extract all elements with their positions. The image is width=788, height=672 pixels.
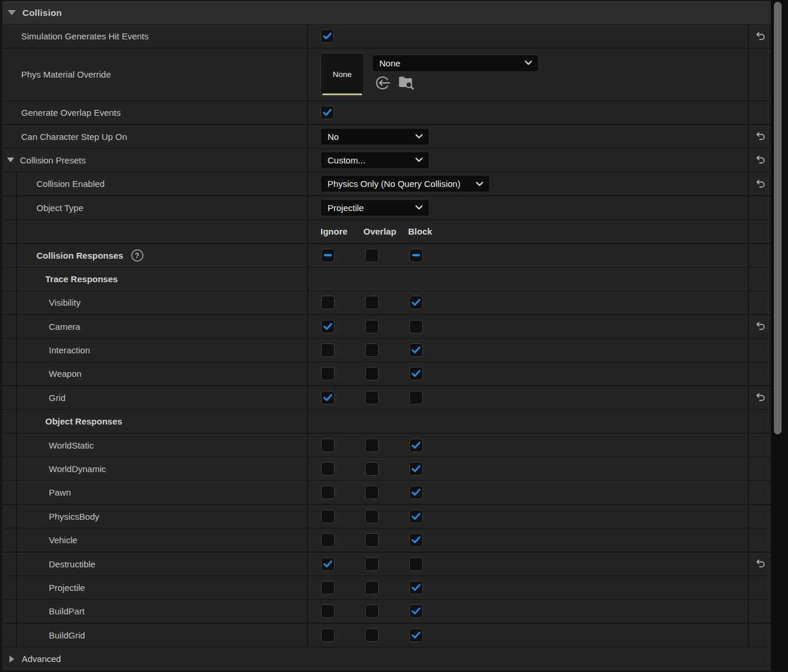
row-label: Object Type	[36, 203, 84, 213]
label-cell: BuildPart	[17, 600, 308, 623]
scrollbar-thumb[interactable]	[774, 2, 782, 434]
reset-cell	[749, 624, 771, 647]
help-icon[interactable]: ?	[131, 249, 143, 262]
label-cell: Weapon	[17, 362, 308, 385]
label-cell: Camera	[17, 315, 308, 338]
collision-enabled-dropdown[interactable]: Physics Only (No Query Collision)	[320, 175, 490, 192]
ignore-checkbox[interactable]	[321, 604, 335, 618]
label-cell: WorldDynamic	[17, 457, 308, 480]
value-cell	[308, 244, 749, 267]
collision-presets-dropdown[interactable]: Custom...	[320, 152, 429, 169]
ignore-checkbox[interactable]	[321, 462, 335, 476]
collapse-arrow-icon[interactable]	[8, 10, 16, 15]
indent-gutter	[2, 624, 17, 647]
block-checkbox[interactable]	[409, 486, 423, 499]
block-checkbox[interactable]	[409, 343, 423, 357]
ignore-checkbox[interactable]	[321, 343, 335, 357]
advanced-section-header[interactable]: Advanced	[2, 647, 771, 670]
reset-to-default-button[interactable]	[754, 559, 766, 569]
overlap-checkbox[interactable]	[365, 439, 379, 452]
scrollbar-track[interactable]	[771, 0, 788, 672]
ignore-checkbox[interactable]	[321, 486, 335, 499]
generate-overlap-events-checkbox[interactable]	[320, 106, 334, 119]
block-checkbox[interactable]	[409, 391, 423, 404]
block-checkbox[interactable]	[409, 604, 423, 618]
ignore-checkbox[interactable]	[321, 296, 335, 309]
overlap-checkbox[interactable]	[365, 533, 379, 547]
row-projectile: Projectile	[2, 576, 771, 599]
asset-toolbar	[375, 75, 415, 91]
value-cell	[308, 576, 749, 599]
row-object-responses: Object Responses	[2, 410, 771, 433]
reset-to-default-button[interactable]	[754, 132, 766, 141]
reset-to-default-button[interactable]	[754, 155, 766, 165]
row-label: Simulation Generates Hit Events	[21, 31, 149, 41]
browse-to-asset-icon[interactable]	[398, 75, 415, 90]
advanced-label: Advanced	[22, 654, 61, 664]
chevron-down-icon	[415, 158, 423, 162]
overlap-checkbox[interactable]	[365, 367, 379, 380]
overlap-checkbox[interactable]	[365, 296, 379, 309]
value-cell	[308, 505, 749, 528]
value-cell	[308, 529, 749, 551]
block-checkbox[interactable]	[409, 533, 423, 547]
ignore-checkbox[interactable]	[321, 581, 335, 594]
reset-to-default-button[interactable]	[754, 179, 766, 189]
overlap-checkbox[interactable]	[365, 557, 379, 571]
collision-section-header[interactable]: Collision	[2, 1, 771, 24]
reset-to-default-button[interactable]	[754, 32, 766, 41]
ignore-checkbox[interactable]	[321, 628, 335, 642]
ignore-checkbox[interactable]	[321, 367, 335, 380]
ignore-checkbox[interactable]	[321, 557, 335, 571]
overlap-checkbox[interactable]	[365, 343, 379, 357]
asset-thumbnail[interactable]: None	[320, 53, 364, 96]
block-checkbox[interactable]	[409, 581, 423, 594]
row-buildpart: BuildPart	[2, 600, 771, 623]
phys-material-dropdown[interactable]: None	[372, 55, 539, 72]
overlap-checkbox[interactable]	[365, 604, 379, 618]
overlap-checkbox[interactable]	[365, 462, 379, 476]
block-checkbox[interactable]	[409, 439, 423, 452]
section-title: Collision	[22, 8, 62, 18]
value-cell: Custom...	[308, 149, 749, 172]
block-checkbox[interactable]	[409, 320, 423, 333]
overlap-checkbox[interactable]	[365, 249, 379, 262]
block-checkbox[interactable]	[409, 557, 423, 571]
overlap-checkbox[interactable]	[365, 510, 379, 523]
object-type-dropdown[interactable]: Projectile	[320, 199, 429, 216]
row-label: Collision Responses	[36, 250, 123, 260]
ignore-checkbox[interactable]	[321, 439, 335, 452]
block-checkbox[interactable]	[409, 296, 423, 309]
label-cell: Collision Responses?	[17, 244, 308, 267]
expander-arrow-icon[interactable]	[7, 158, 14, 162]
reset-to-default-button[interactable]	[754, 322, 766, 331]
indent-gutter	[2, 576, 17, 599]
ignore-checkbox[interactable]	[321, 533, 335, 547]
block-checkbox[interactable]	[409, 628, 423, 642]
overlap-checkbox[interactable]	[365, 628, 379, 642]
overlap-checkbox[interactable]	[365, 391, 379, 404]
ignore-checkbox[interactable]	[321, 249, 335, 262]
simulation-generates-hit-events-checkbox[interactable]	[320, 29, 334, 43]
overlap-checkbox[interactable]	[365, 486, 379, 499]
use-selected-asset-icon[interactable]	[375, 75, 390, 91]
block-checkbox[interactable]	[409, 510, 423, 523]
indent-gutter	[2, 553, 17, 576]
row-visibility: Visibility	[2, 291, 771, 314]
ignore-checkbox[interactable]	[321, 391, 335, 404]
row-label: WorldStatic	[49, 440, 94, 450]
can-character-step-up-on-dropdown[interactable]: No	[320, 128, 429, 145]
ignore-checkbox[interactable]	[321, 320, 335, 333]
reset-cell	[749, 481, 771, 504]
ignore-checkbox[interactable]	[321, 510, 335, 523]
block-checkbox[interactable]	[409, 462, 423, 476]
column-header-block: Block	[408, 220, 432, 243]
overlap-checkbox[interactable]	[365, 320, 379, 333]
reset-to-default-button[interactable]	[754, 393, 766, 402]
block-checkbox[interactable]	[409, 367, 423, 380]
indent-gutter	[2, 386, 17, 409]
expand-arrow-icon[interactable]	[9, 656, 14, 663]
overlap-checkbox[interactable]	[365, 581, 379, 594]
block-checkbox[interactable]	[409, 249, 423, 262]
row-label: Generate Overlap Events	[21, 108, 121, 118]
